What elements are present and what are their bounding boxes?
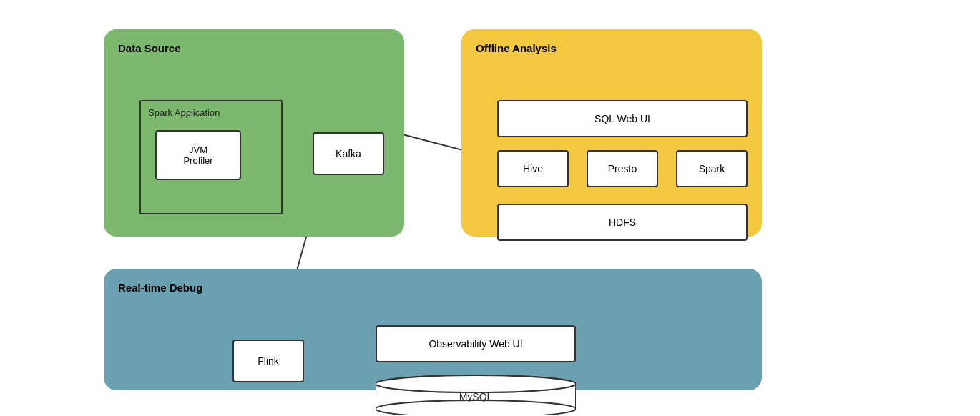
svg-point-8 xyxy=(376,400,576,415)
data-source-title: Data Source xyxy=(118,42,390,54)
mysql-cylinder: MySQL xyxy=(376,375,576,415)
kafka-box: Kafka xyxy=(313,132,384,175)
offline-analysis-title: Offline Analysis xyxy=(476,42,748,54)
mysql-svg: MySQL xyxy=(376,375,576,415)
offline-analysis-inner: SQL Web UI Hive Presto Spark HDFS xyxy=(476,64,748,244)
diagram-container: Data Source Spark Application JVM Profil… xyxy=(61,15,919,401)
spark-application-box: Spark Application JVM Profiler xyxy=(139,100,283,214)
presto-box: Presto xyxy=(587,150,658,187)
presto-label: Presto xyxy=(608,163,637,174)
sql-web-ui-box: SQL Web UI xyxy=(497,100,748,137)
realtime-debug-inner: Flink Observability Web UI MySQL xyxy=(118,304,748,398)
jvm-profiler-label: JVM Profiler xyxy=(183,144,212,166)
realtime-debug-section: Real-time Debug Flink Observability Web … xyxy=(104,269,762,390)
hive-label: Hive xyxy=(523,163,543,174)
spark-box: Spark xyxy=(676,150,748,187)
jvm-profiler-box: JVM Profiler xyxy=(155,130,241,180)
spark-application-label: Spark Application xyxy=(148,107,220,118)
data-source-inner: Spark Application JVM Profiler Kafka xyxy=(118,64,390,244)
data-source-section: Data Source Spark Application JVM Profil… xyxy=(104,29,404,237)
realtime-debug-title: Real-time Debug xyxy=(118,282,748,294)
svg-point-9 xyxy=(376,375,576,392)
flink-label: Flink xyxy=(258,355,279,367)
observability-web-ui-label: Observability Web UI xyxy=(428,338,522,350)
hdfs-box: HDFS xyxy=(497,204,748,241)
sql-web-ui-label: SQL Web UI xyxy=(594,113,650,124)
observability-web-ui-box: Observability Web UI xyxy=(376,325,576,362)
svg-text:MySQL: MySQL xyxy=(459,391,493,402)
flink-box: Flink xyxy=(232,340,304,382)
hdfs-label: HDFS xyxy=(609,217,636,228)
spark-label: Spark xyxy=(699,163,725,174)
offline-analysis-section: Offline Analysis SQL Web UI Hive Presto … xyxy=(461,29,762,237)
hive-box: Hive xyxy=(497,150,569,187)
kafka-label: Kafka xyxy=(335,148,361,159)
